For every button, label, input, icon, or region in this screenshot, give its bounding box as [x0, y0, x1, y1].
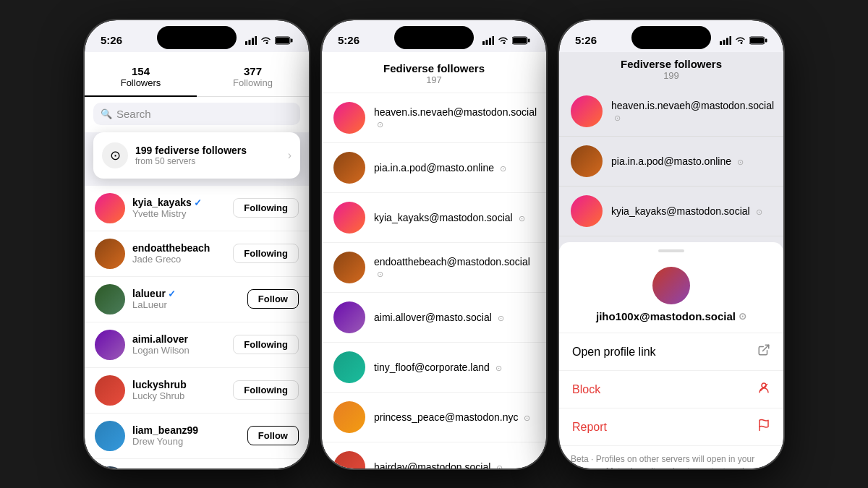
block-item[interactable]: Block	[559, 371, 783, 408]
fedi-user-row[interactable]: tiny_floof@corporate.land ⊙	[322, 343, 546, 393]
avatar	[95, 239, 125, 269]
user-info: kyia_kayaks ✓ Yvette Mistry	[132, 197, 226, 219]
phone2-screen: Fediverse followers 197 heaven.is.nevaeh…	[322, 52, 546, 468]
fedi-avatar	[333, 451, 365, 468]
status-bar-3: 5:26	[559, 20, 783, 52]
svg-rect-5	[276, 38, 289, 43]
fedi-handle: princess_peace@mastodon.nyc ⊙	[374, 411, 530, 423]
fedi-bg-handle: heaven.is.nevaeh@mastodon.social ⊙	[611, 100, 774, 123]
follow-button[interactable]: Follow	[247, 426, 299, 445]
fedi-bg-handle: pia.in.a.pod@masto.online ⊙	[611, 155, 744, 167]
follow-button[interactable]: Follow	[247, 289, 299, 309]
wifi-icon-3	[735, 36, 746, 45]
user-row: endoatthebeach Jade Greco Following	[85, 231, 309, 277]
status-icons-1	[245, 36, 293, 45]
fedi-user-row[interactable]: pia.in.a.pod@masto.online ⊙	[322, 143, 546, 193]
user-handle: aimi.allover	[132, 333, 226, 345]
svg-rect-3	[255, 36, 258, 45]
report-label: Report	[572, 421, 607, 434]
tab-followers[interactable]: 154 Followers	[85, 59, 197, 97]
fedi-user-row[interactable]: aimi.allover@masto.social ⊙	[322, 293, 546, 343]
svg-rect-9	[489, 38, 491, 45]
action-user-header: jiho100x@mastodon.social ⊙	[559, 261, 783, 333]
signal-icon-2	[482, 36, 494, 45]
action-avatar	[652, 267, 690, 304]
avatar	[95, 193, 125, 223]
dynamic-island-2	[394, 26, 474, 49]
fedi-users-list: heaven.is.nevaeh@mastodon.social ⊙ pia.i…	[322, 93, 546, 468]
status-icons-2	[482, 36, 530, 45]
server-icon: ⊙	[496, 463, 503, 468]
following-label: Following	[200, 77, 306, 88]
fedi-handle: kyia_kayaks@mastodon.social ⊙	[374, 212, 525, 223]
action-server-icon: ⊙	[739, 311, 746, 322]
fedi-bg-title: Fediverse followers	[559, 58, 783, 70]
user-display-name: Drew Young	[132, 436, 240, 447]
svg-rect-10	[493, 36, 495, 45]
svg-rect-7	[482, 41, 485, 45]
fedi-user-row[interactable]: heaven.is.nevaeh@mastodon.social ⊙	[322, 93, 546, 143]
fedi-user-row[interactable]: endoatthebeach@mastodon.social ⊙	[322, 243, 546, 293]
svg-line-21	[763, 345, 769, 351]
server-icon: ⊙	[377, 270, 383, 278]
action-sheet: jiho100x@mastodon.social ⊙ Open profile …	[559, 242, 783, 468]
fedi-user-row[interactable]: princess_peace@mastodon.nyc ⊙	[322, 393, 546, 442]
avatar	[95, 421, 125, 451]
fedi-handle: endoatthebeach@mastodon.social ⊙	[374, 256, 535, 279]
fedi-avatar	[333, 202, 365, 234]
beta-note-text: Beta · Profiles on other servers will op…	[571, 454, 761, 468]
fedi-user-row[interactable]: hairday@mastodon.social ⊙	[322, 442, 546, 468]
following-button[interactable]: Following	[233, 380, 299, 400]
fedi-bg-row: pia.in.a.pod@masto.online ⊙	[559, 137, 783, 187]
search-placeholder: Search	[116, 108, 151, 120]
external-link-icon	[757, 343, 770, 360]
fedi-handle: heaven.is.nevaeh@mastodon.social ⊙	[374, 106, 537, 129]
followers-count: 154	[88, 65, 194, 77]
fedi-avatar	[333, 401, 365, 433]
user-handle: kyia_kayaks ✓	[132, 197, 226, 208]
following-button[interactable]: Following	[233, 198, 299, 218]
tab-header: 154 Followers 377 Following 🔍 Search	[85, 52, 309, 132]
signal-icon-3	[720, 36, 731, 45]
drag-handle	[658, 249, 684, 252]
fedi-handle: pia.in.a.pod@masto.online ⊙	[374, 162, 506, 174]
svg-rect-15	[723, 40, 726, 45]
fedi-handle: hairday@mastodon.social ⊙	[374, 461, 503, 468]
fedi-bg-row: kyia_kayaks@mastodon.social ⊙	[559, 187, 783, 236]
phone-1: 5:26 154 Followers 377	[85, 20, 309, 468]
block-label: Block	[572, 383, 600, 396]
fedi-avatar	[333, 252, 365, 283]
tab-following[interactable]: 377 Following	[197, 59, 309, 96]
open-profile-item[interactable]: Open profile link	[559, 333, 783, 371]
user-row: jiho100x ✓ Cassandra Taylor Following	[85, 459, 309, 468]
user-info: aimi.allover Logan Wilson	[132, 333, 226, 356]
followers-label: Followers	[88, 77, 194, 88]
verified-badge: ✓	[194, 197, 202, 208]
report-icon	[757, 419, 770, 435]
server-icon: ⊙	[519, 214, 525, 223]
fedi-user-row[interactable]: kyia_kayaks@mastodon.social ⊙	[322, 193, 546, 243]
battery-icon	[275, 36, 293, 45]
user-display-name: Yvette Mistry	[132, 208, 226, 219]
following-count: 377	[200, 65, 306, 77]
following-button[interactable]: Following	[233, 335, 299, 354]
fediverse-tooltip[interactable]: ⊙ 199 fediverse followers from 50 server…	[93, 132, 300, 179]
signal-icon	[245, 36, 257, 45]
fedi-icon: ⊙	[102, 142, 128, 168]
user-info: endoatthebeach Jade Greco	[132, 242, 226, 265]
svg-rect-8	[486, 40, 488, 45]
following-button[interactable]: Following	[233, 244, 299, 263]
fedi-bg-header: Fediverse followers 199	[559, 58, 783, 87]
phone3-screen: Fediverse followers 199 heaven.is.nevaeh…	[559, 52, 783, 468]
fedi-bg-avatar	[571, 95, 603, 127]
open-profile-label: Open profile link	[572, 346, 656, 359]
beta-note: Beta · Profiles on other servers will op…	[559, 446, 783, 468]
fedi-bg-avatar	[571, 195, 603, 227]
report-item[interactable]: Report	[559, 408, 783, 446]
user-row: kyia_kayaks ✓ Yvette Mistry Following	[85, 186, 309, 231]
action-username-text: jiho100x@mastodon.social	[596, 310, 736, 322]
fedi-avatar	[333, 301, 365, 333]
phone-3: 5:26 Fediverse followers 199	[559, 20, 783, 468]
search-input-wrap[interactable]: 🔍 Search	[93, 103, 300, 125]
time-3: 5:26	[575, 34, 597, 46]
